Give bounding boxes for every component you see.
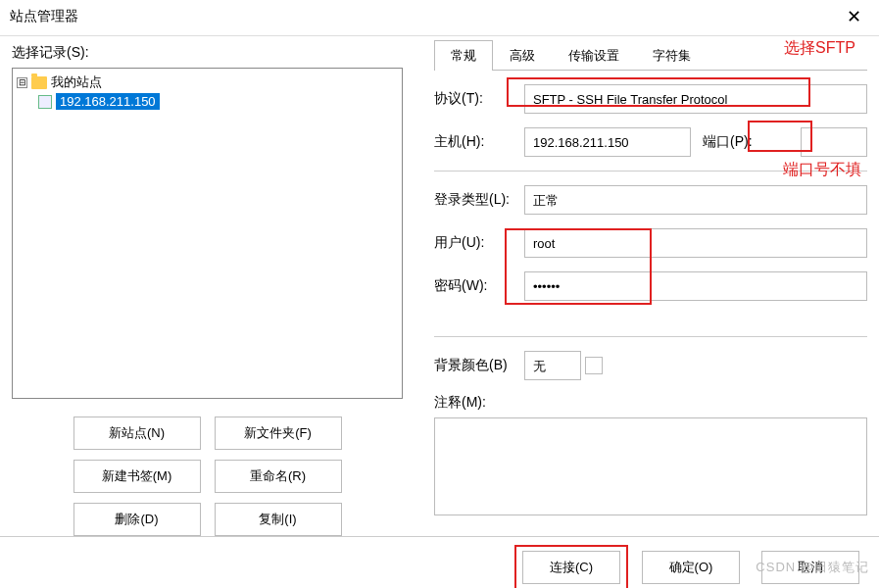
note-textarea[interactable]	[434, 417, 867, 515]
delete-button[interactable]: 删除(D)	[73, 503, 201, 536]
note-label: 注释(M):	[434, 394, 524, 412]
tree-root-row[interactable]: ⊟ 我的站点	[17, 73, 398, 92]
new-bookmark-button[interactable]: 新建书签(M)	[73, 460, 201, 493]
tab-advanced[interactable]: 高级	[493, 40, 552, 71]
tree-root-label: 我的站点	[51, 74, 102, 91]
password-row: 密码(W):	[434, 271, 867, 301]
bgcolor-label: 背景颜色(B)	[434, 357, 524, 374]
host-label: 主机(H):	[434, 133, 524, 151]
bgcolor-select[interactable]: 无	[524, 351, 581, 380]
connect-button[interactable]: 连接(C)	[522, 551, 620, 584]
window-title: 站点管理器	[10, 8, 78, 25]
tab-transfer[interactable]: 传输设置	[552, 40, 636, 71]
user-label: 用户(U):	[434, 234, 524, 252]
cancel-button[interactable]: 取消	[761, 551, 859, 584]
tree-site-row[interactable]: 192.168.211.150	[17, 92, 398, 111]
bgcolor-row: 背景颜色(B) 无	[434, 351, 867, 380]
left-pane: 选择记录(S): ⊟ 我的站点 192.168.211.150 新站点(N) 新…	[0, 40, 415, 536]
logon-type-select[interactable]: 正常	[524, 185, 867, 215]
separator-2	[434, 336, 867, 337]
user-row: 用户(U):	[434, 228, 867, 258]
site-tree[interactable]: ⊟ 我的站点 192.168.211.150	[12, 68, 403, 399]
tab-general[interactable]: 常规	[434, 40, 493, 71]
server-icon	[38, 95, 52, 109]
host-input[interactable]	[524, 127, 691, 157]
tab-charset[interactable]: 字符集	[636, 40, 708, 71]
titlebar: 站点管理器 ✕	[0, 0, 879, 36]
password-input[interactable]	[524, 271, 867, 301]
protocol-row: 协议(T): SFTP - SSH File Transfer Protocol	[434, 84, 867, 114]
password-label: 密码(W):	[434, 277, 524, 295]
user-input[interactable]	[524, 228, 867, 258]
separator-1	[434, 171, 867, 172]
right-pane: 常规 高级 传输设置 字符集 协议(T): SFTP - SSH File Tr…	[415, 40, 879, 536]
logon-type-label: 登录类型(L):	[434, 191, 524, 209]
protocol-select[interactable]: SFTP - SSH File Transfer Protocol	[524, 84, 867, 114]
footer: 连接(C) 确定(O) 取消	[0, 536, 879, 588]
close-icon[interactable]: ✕	[839, 4, 869, 29]
new-site-button[interactable]: 新站点(N)	[73, 416, 201, 450]
ok-button[interactable]: 确定(O)	[642, 551, 740, 584]
tab-strip: 常规 高级 传输设置 字符集	[434, 40, 867, 71]
new-folder-button[interactable]: 新文件夹(F)	[215, 416, 342, 450]
port-input[interactable]	[801, 127, 867, 157]
tree-site-label: 192.168.211.150	[56, 93, 160, 110]
logon-row: 登录类型(L): 正常	[434, 185, 867, 215]
host-row: 主机(H): 端口(P):	[434, 127, 867, 157]
rename-button[interactable]: 重命名(R)	[215, 460, 342, 493]
left-button-grid: 新站点(N) 新文件夹(F) 新建书签(M) 重命名(R) 删除(D) 复制(I…	[73, 416, 342, 536]
protocol-label: 协议(T):	[434, 90, 524, 108]
folder-icon	[31, 76, 47, 89]
note-row: 注释(M):	[434, 394, 867, 515]
port-label: 端口(P):	[703, 133, 793, 151]
content-area: 选择记录(S): ⊟ 我的站点 192.168.211.150 新站点(N) 新…	[0, 36, 879, 536]
copy-button[interactable]: 复制(I)	[215, 503, 342, 536]
select-record-label: 选择记录(S):	[12, 44, 403, 62]
bgcolor-swatch	[585, 357, 603, 374]
tree-expander-icon[interactable]: ⊟	[17, 77, 27, 88]
